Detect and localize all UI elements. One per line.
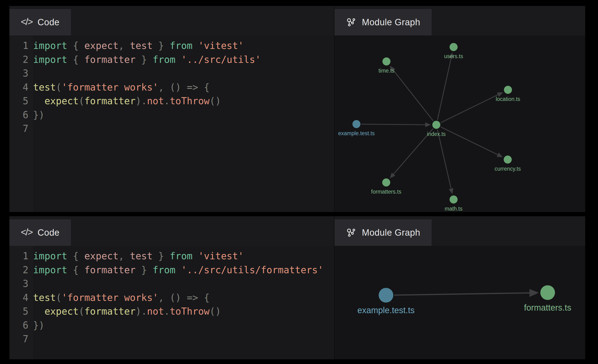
graph-node-example.test.ts[interactable] xyxy=(379,288,393,303)
code-panel-top: </> Code 1import { expect, test } from '… xyxy=(9,6,334,212)
code-line: 4test('formatter works', () => { xyxy=(9,80,334,94)
graph-node-label: users.ts xyxy=(444,53,463,59)
code-panel-bottom: </> Code 1import { expect, test } from '… xyxy=(9,216,334,359)
graph-edge xyxy=(394,293,530,295)
module-graph-canvas-bottom[interactable]: example.test.tsformatters.ts xyxy=(334,246,585,359)
line-number: 3 xyxy=(9,277,28,291)
module-graph-icon xyxy=(346,17,357,28)
graph-edge xyxy=(441,95,498,123)
code-line: 6}) xyxy=(9,318,334,332)
graph-edge-arrowhead xyxy=(530,289,539,297)
graph-node-formatters.ts[interactable] xyxy=(382,178,390,187)
line-number: 2 xyxy=(9,263,28,277)
line-number: 7 xyxy=(9,332,28,346)
line-number: 4 xyxy=(9,291,28,305)
code-editor-top[interactable]: 1import { expect, test } from 'vitest'2i… xyxy=(9,35,334,212)
module-graph-panel-bottom: Module Graph example.test.tsformatters.t… xyxy=(334,216,585,359)
code-line: 2import { formatter } from '../src/utils… xyxy=(9,53,334,67)
graph-edge xyxy=(393,70,433,121)
graph-edge xyxy=(438,130,451,189)
code-editor-bottom[interactable]: 1import { expect, test } from 'vitest'2i… xyxy=(9,246,334,359)
line-number: 1 xyxy=(9,39,28,53)
line-number: 5 xyxy=(9,94,28,108)
line-number: 4 xyxy=(9,80,28,94)
graph-node-math.ts[interactable] xyxy=(449,196,457,204)
graph-node-formatters.ts[interactable] xyxy=(540,285,555,300)
line-number: 3 xyxy=(9,66,28,80)
code-line: 5 expect(formatter).not.toThrow() xyxy=(9,94,334,108)
tab-module-graph-label: Module Graph xyxy=(362,228,420,238)
tab-code-label: Code xyxy=(38,228,59,238)
graph-node-label: formatters.ts xyxy=(371,189,401,195)
code-line: 1import { expect, test } from 'vitest' xyxy=(9,249,334,263)
graph-node-label: index.ts xyxy=(427,131,446,137)
graph-node-users.ts[interactable] xyxy=(449,43,457,51)
graph-node-label: math.ts xyxy=(445,206,462,212)
code-line: 2import { formatter } from '../src/utils… xyxy=(9,263,334,277)
code-line: 6}) xyxy=(9,108,334,122)
tab-code-top[interactable]: </> Code xyxy=(9,9,71,35)
module-graph-top-header: Module Graph xyxy=(334,6,585,35)
tab-code-label: Code xyxy=(38,17,59,27)
graph-edge xyxy=(441,127,498,155)
graph-node-currency.ts[interactable] xyxy=(504,156,512,164)
code-icon: </> xyxy=(21,227,32,238)
graph-node-index.ts[interactable] xyxy=(432,121,440,129)
graph-node-label: example.test.ts xyxy=(357,305,415,315)
tab-module-graph-bottom[interactable]: Module Graph xyxy=(334,219,432,246)
graph-node-label: currency.ts xyxy=(495,166,521,172)
code-panel-top-header: </> Code xyxy=(9,6,334,35)
code-line: 4test('formatter works', () => { xyxy=(9,291,334,305)
code-icon: </> xyxy=(21,17,32,27)
code-line: 1import { expect, test } from 'vitest' xyxy=(9,39,334,53)
line-number: 6 xyxy=(9,108,28,122)
line-number: 7 xyxy=(9,122,28,136)
code-panel-bottom-header: </> Code xyxy=(9,216,334,246)
graph-edge-arrowhead xyxy=(425,123,431,127)
graph-node-label: time.ts xyxy=(378,68,394,74)
module-graph-bottom-header: Module Graph xyxy=(334,216,585,246)
line-number: 1 xyxy=(9,249,28,263)
graph-node-example.test.ts[interactable] xyxy=(352,120,360,128)
graph-node-label: location.ts xyxy=(496,96,520,102)
code-line: 7 xyxy=(9,122,334,136)
tab-module-graph-label: Module Graph xyxy=(362,17,420,27)
graph-edge xyxy=(438,58,451,120)
graph-node-location.ts[interactable] xyxy=(504,86,512,94)
code-line: 5 expect(formatter).not.toThrow() xyxy=(9,305,334,318)
graph-edge xyxy=(361,124,425,124)
tab-module-graph-top[interactable]: Module Graph xyxy=(334,9,432,35)
graph-edge-arrowhead xyxy=(449,188,454,194)
module-graph-icon xyxy=(346,227,357,238)
code-line: 7 xyxy=(9,332,334,346)
tab-code-bottom[interactable]: </> Code xyxy=(9,219,71,246)
module-graph-canvas-top[interactable]: users.tstime.tslocation.tsexample.test.t… xyxy=(334,35,585,212)
graph-node-label: example.test.ts xyxy=(338,130,375,136)
graph-node-label: formatters.ts xyxy=(524,303,571,313)
code-line: 3 xyxy=(9,66,334,80)
graph-node-time.ts[interactable] xyxy=(382,58,390,66)
line-number: 5 xyxy=(9,305,28,318)
code-line: 3 xyxy=(9,277,334,291)
line-number: 2 xyxy=(9,53,28,67)
module-graph-panel-top: Module Graph users.tstime.tslocation.tse… xyxy=(334,6,585,212)
line-number: 6 xyxy=(9,318,28,332)
